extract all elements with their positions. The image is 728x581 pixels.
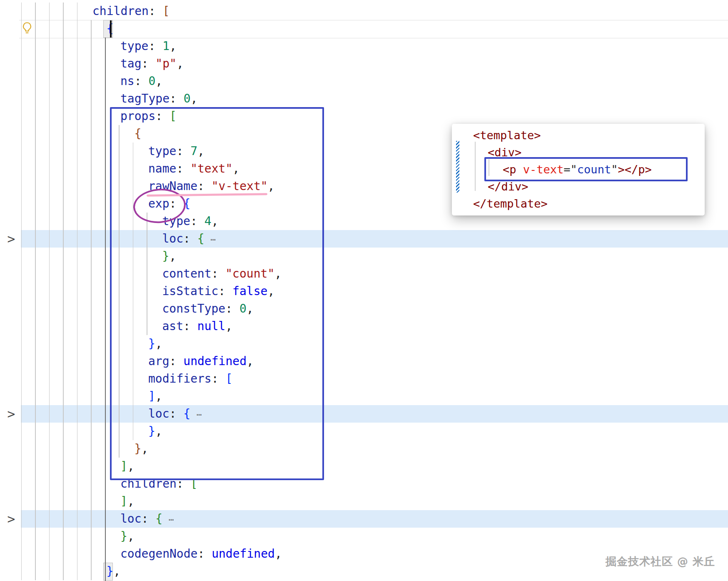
code-token: 4 — [204, 214, 212, 228]
code-token: undefined — [212, 547, 275, 561]
code-token: , — [247, 354, 254, 368]
code-token: "v-text" — [212, 179, 268, 193]
code-token: 7 — [190, 144, 197, 158]
code-token: { — [183, 197, 190, 210]
code-token: : — [176, 144, 190, 158]
code-line[interactable]: ], — [0, 388, 728, 405]
code-line[interactable]: }, — [0, 423, 728, 440]
code-token: , — [268, 179, 275, 193]
code-line[interactable]: props: [ — [0, 108, 728, 125]
code-token: , — [113, 564, 120, 578]
code-line[interactable]: constType: 0, — [0, 300, 728, 318]
code-token: } — [135, 442, 142, 456]
code-token: : — [183, 319, 197, 333]
code-token: tag — [120, 57, 142, 70]
code-token: " — [571, 163, 577, 176]
code-line[interactable]: isStatic: false, — [0, 283, 728, 300]
code-token: { — [197, 232, 204, 245]
code-token: type — [162, 214, 190, 228]
template-code: <template><div><p v-text="count"></p></d… — [452, 127, 705, 212]
code-token: type — [120, 39, 148, 53]
code-token: } — [162, 249, 170, 263]
code-line[interactable]: content: "count", — [0, 265, 728, 283]
code-token: : — [218, 284, 232, 298]
code-editor: children: [{type: 1,tag: "p",ns: 0,tagTy… — [0, 0, 728, 581]
code-token: { — [135, 127, 142, 140]
code-token: tagType — [120, 92, 170, 105]
code-line[interactable]: ], — [0, 458, 728, 475]
code-line[interactable]: tag: "p", — [0, 55, 728, 73]
code-token: <div> — [488, 146, 521, 159]
lightbulb-icon[interactable] — [21, 21, 33, 35]
code-token: , — [197, 144, 204, 158]
code-line[interactable]: loc: { ⋯ — [0, 510, 728, 528]
code-token: , — [212, 214, 219, 228]
code-token: : — [142, 512, 156, 526]
code-token: } — [148, 424, 155, 438]
code-line[interactable]: children: [ — [0, 3, 728, 20]
code-token: ] — [120, 494, 127, 508]
code-token: ] — [148, 389, 155, 403]
code-line[interactable]: loc: { ⋯ — [0, 405, 728, 423]
code-token: isStatic — [162, 284, 219, 298]
code-line[interactable]: }, — [0, 440, 728, 458]
code-token: 0 — [148, 74, 155, 88]
code-token: children — [92, 4, 149, 18]
code-token: { — [183, 407, 190, 421]
code-token: , — [155, 74, 162, 88]
code-token: 0 — [239, 302, 247, 316]
code-token: null — [197, 319, 225, 333]
code-token: , — [155, 389, 162, 403]
fold-chevron-icon[interactable]: > — [7, 408, 17, 421]
code-token: <p — [503, 163, 523, 176]
code-line[interactable]: children: [ — [0, 475, 728, 493]
code-token: , — [127, 459, 135, 473]
code-token: [ — [225, 372, 232, 386]
code-token: : — [177, 477, 191, 491]
code-line[interactable]: }, — [0, 528, 728, 545]
code-line[interactable]: ns: 0, — [0, 73, 728, 90]
code-token: , — [127, 494, 135, 508]
code-token: [ — [191, 477, 198, 491]
code-token: , — [274, 267, 282, 280]
code-token: , — [191, 92, 198, 105]
fold-chevron-icon[interactable]: > — [7, 513, 17, 526]
code-token: loc — [120, 512, 142, 526]
code-token: [ — [170, 109, 177, 123]
code-token: : — [170, 407, 184, 421]
code-line[interactable]: { — [0, 20, 728, 38]
code-token: type — [148, 144, 176, 158]
code-token: , — [267, 284, 274, 298]
code-token: : — [197, 547, 212, 561]
code-token: children — [120, 477, 177, 491]
code-line[interactable]: }, — [0, 248, 728, 265]
code-line[interactable]: type: 1, — [0, 38, 728, 55]
code-line[interactable]: arg: undefined, — [0, 353, 728, 370]
code-line[interactable]: ], — [0, 493, 728, 510]
code-area[interactable]: children: [{type: 1,tag: "p",ns: 0,tagTy… — [0, 3, 728, 580]
code-token: : — [197, 179, 212, 193]
code-token: rawName — [148, 179, 197, 193]
code-token: = — [563, 163, 570, 176]
code-token: : — [212, 372, 226, 386]
watermark: 掘金技术社区 @ 米丘 — [606, 554, 715, 569]
code-line[interactable]: tagType: 0, — [0, 90, 728, 108]
template-code-line: <p v-text="count"></p> — [452, 161, 705, 178]
code-line[interactable]: loc: { ⋯ — [0, 230, 728, 248]
code-token: ] — [120, 459, 127, 473]
code-token: , — [155, 424, 162, 438]
code-token: , — [225, 319, 232, 333]
code-token: constType — [162, 302, 226, 316]
code-line[interactable]: ast: null, — [0, 318, 728, 335]
code-line[interactable]: modifiers: [ — [0, 370, 728, 388]
code-token: loc — [148, 407, 170, 421]
fold-chevron-icon[interactable]: > — [7, 233, 17, 245]
code-line[interactable]: }, — [0, 335, 728, 353]
code-token: : — [142, 57, 156, 70]
code-token: ></p> — [618, 163, 651, 176]
code-token: "count" — [225, 267, 274, 280]
code-token: 1 — [162, 39, 170, 53]
code-token: " — [611, 163, 618, 176]
code-token: : — [170, 92, 184, 105]
code-token: loc — [162, 232, 184, 245]
